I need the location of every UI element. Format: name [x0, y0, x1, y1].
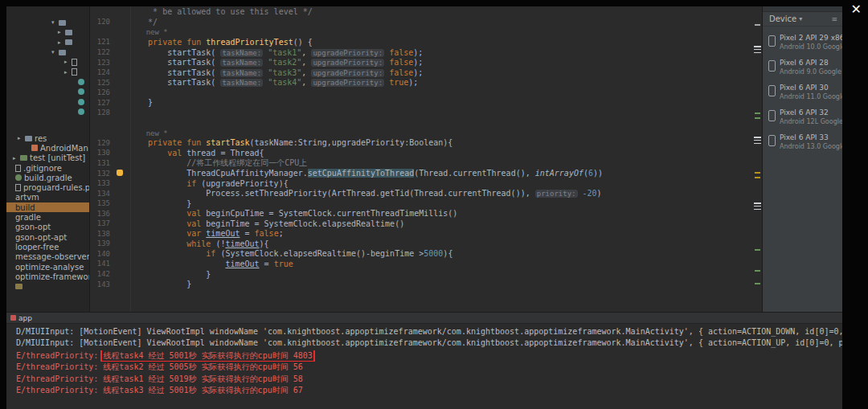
tree-item[interactable]: ▾ [6, 18, 89, 27]
code-line[interactable]: 135 } [90, 198, 754, 209]
gutter-icon-area [114, 128, 129, 138]
intention-bulb-icon[interactable] [117, 170, 123, 176]
chevron-down-icon[interactable]: ▾ [51, 19, 59, 26]
gutter-icon-area [114, 219, 129, 229]
code-line[interactable]: 141 timeOut = true [90, 259, 754, 269]
chevron-right-icon[interactable]: ▸ [18, 135, 25, 141]
tree-item-optimize-analyse[interactable]: optimize-analyse [6, 262, 89, 272]
tree-item[interactable]: ▸ [6, 57, 89, 67]
code-line[interactable]: 121 private fun threadPriorityTest() { [90, 37, 754, 47]
device-item[interactable]: Pixel 6 API 30Android 11.0 Google A... [763, 81, 842, 106]
code-line[interactable]: 140 if (SystemClock.elapsedRealtime()-be… [90, 249, 754, 260]
chevron-right-icon[interactable]: ▸ [64, 59, 72, 65]
code-token: ) [597, 189, 602, 198]
line-number: 138 [90, 230, 114, 238]
phone-icon [768, 135, 776, 146]
tree-item-optimize-framework[interactable]: optimize-framework [6, 272, 89, 281]
code-line[interactable]: 136 val beginCpuTime = SystemClock.curre… [90, 208, 754, 219]
device-item[interactable]: Pixel 6 API 33Android 13.0 Google A... [763, 131, 842, 156]
tree-item-androidman[interactable]: AndroidMan [6, 143, 89, 153]
code-line[interactable]: 138 var timeOut = false; [90, 229, 754, 239]
code-line[interactable]: 129 private fun startTask(taskName:Strin… [90, 138, 754, 149]
log-line[interactable]: D/MIUIInput: [MotionEvent] ViewRootImpl … [16, 338, 842, 350]
log-line[interactable]: E/threadPriority: 线程task1 经过 5019秒 实际获得执… [16, 374, 842, 385]
tree-item[interactable]: ▸ [6, 27, 89, 37]
code-line[interactable]: 137 val beginTime = SystemClock.elapsedR… [90, 219, 754, 229]
code-text: while (!timeOut){ [129, 239, 269, 248]
tree-item--gitignore[interactable]: .gitignore [6, 163, 89, 173]
code-lines: /* should never be used in practice. Reg… [90, 6, 754, 289]
gradle-icon [15, 174, 22, 181]
chevron-down-icon[interactable]: ▾ [51, 49, 59, 55]
code-line[interactable]: 139 while (!timeOut){ [90, 239, 754, 249]
code-line[interactable]: 125 startTask( taskName: "task4", upgrad… [90, 77, 754, 88]
code-line[interactable]: 124 startTask( taskName: "task3", upgrad… [90, 67, 754, 78]
project-tree-panel[interactable]: ▾▸▸▾▸▸ ▸resAndroidMan▸test [unitTest].gi… [6, 6, 90, 312]
code-line[interactable] [90, 118, 754, 129]
code-line[interactable]: 134 Process.setThreadPriority(ArtThread.… [90, 188, 754, 198]
tree-item[interactable]: ▾ [6, 47, 89, 57]
gutter-icon-area [114, 158, 129, 169]
phone-icon [768, 60, 776, 72]
device-item[interactable]: Pixel 2 API 29 x86_64Android 10.0 Google… [763, 31, 842, 56]
tree-item[interactable]: ▸ [6, 67, 89, 76]
code-editor[interactable]: /* should never be used in practice. Reg… [90, 6, 754, 312]
device-dropdown[interactable]: Device ▾ ≡ [763, 12, 842, 27]
tree-item[interactable] [6, 107, 89, 117]
tree-item[interactable]: ▸ [6, 38, 89, 47]
code-line[interactable]: 126 [90, 88, 754, 98]
device-dropdown-label: Device [769, 14, 796, 23]
code-line[interactable]: 131 //将工作线程绑定在同一个CPU上 [90, 158, 754, 169]
log-line[interactable]: E/threadPriority: 线程task3 经过 5001秒 实际获得执… [16, 385, 842, 396]
editor-scroll-stripe[interactable] [754, 6, 762, 312]
code-line[interactable]: 123 startTask( taskName: "task2", upgrad… [90, 57, 754, 67]
tree-item-label: message-observer [15, 252, 89, 261]
log-line[interactable]: E/threadPriority: 线程task2 经过 5005秒 实际获得执… [16, 362, 842, 373]
gutter-icon-area [114, 279, 129, 289]
fold-marker-icon [754, 137, 761, 144]
device-item[interactable]: Pixel 6 API 32Android 12L Google A... [763, 106, 842, 131]
device-menu-icon[interactable]: ≡ [831, 15, 837, 23]
chevron-right-icon[interactable]: ▸ [58, 29, 65, 35]
code-line[interactable]: 143 } [90, 279, 754, 289]
tree-item-looper-free[interactable]: looper-free [6, 242, 89, 252]
tree-item-gson-opt[interactable]: gson-opt [6, 223, 89, 232]
logcat-tab-app[interactable]: app [10, 314, 32, 322]
chevron-right-icon[interactable]: ▸ [58, 39, 65, 46]
code-text: startTask( taskName: "task1", upgradePri… [129, 48, 423, 57]
code-line[interactable]: new * [90, 128, 754, 138]
code-line[interactable]: new * [90, 27, 754, 38]
code-line[interactable]: * be allowed to use this level */ [90, 7, 754, 18]
tree-item-gson-opt-apt[interactable]: gson-opt-apt [6, 232, 89, 242]
tree-item-build[interactable]: build [6, 202, 89, 212]
tree-item[interactable] [6, 281, 89, 291]
tree-item[interactable] [6, 87, 89, 96]
log-line[interactable]: E/threadPriority: 线程task4 经过 5001秒 实际获得执… [16, 350, 842, 362]
tree-item-gradle[interactable]: gradle [6, 212, 89, 222]
code-text: startTask( taskName: "task4", upgradePri… [129, 78, 418, 87]
device-item[interactable]: Pixel 6 API 28Android 9.0 Google AP... [763, 56, 842, 81]
close-button[interactable]: ✕ [851, 2, 862, 17]
code-line[interactable]: 128 [90, 108, 754, 118]
tree-item-test-unittest-[interactable]: ▸test [unitTest] [6, 153, 89, 163]
tree-item-build-gradle[interactable]: build.gradle [6, 173, 89, 182]
code-line[interactable]: 132 ThreadCpuAffinityManager.setCpuAffin… [90, 168, 754, 178]
logcat-output[interactable]: D/MIUIInput: [MotionEvent] ViewRootImpl … [6, 324, 842, 396]
tree-item-artvm[interactable]: artvm [6, 193, 89, 202]
code-line[interactable]: 133 if (upgradePriority){ [90, 178, 754, 189]
code-line[interactable]: 127 } [90, 97, 754, 108]
circle-icon [78, 79, 84, 85]
code-line[interactable]: 120 */ [90, 17, 754, 27]
line-number: 129 [90, 139, 114, 147]
tree-item[interactable] [6, 96, 89, 106]
log-line[interactable]: D/MIUIInput: [MotionEvent] ViewRootImpl … [16, 327, 842, 338]
tree-item-message-observer[interactable]: message-observer [6, 252, 89, 262]
chevron-right-icon[interactable]: ▸ [13, 155, 20, 162]
tree-item-res[interactable]: ▸res [6, 133, 89, 143]
chevron-right-icon[interactable]: ▸ [64, 69, 72, 76]
code-line[interactable]: 130 val thread = Thread{ [90, 148, 754, 158]
tree-item-proguard-rules-pro[interactable]: proguard-rules.pro [6, 182, 89, 192]
code-line[interactable]: 142 } [90, 269, 754, 280]
code-line[interactable]: 122 startTask( taskName: "task1", upgrad… [90, 47, 754, 58]
tree-item[interactable] [6, 77, 89, 87]
